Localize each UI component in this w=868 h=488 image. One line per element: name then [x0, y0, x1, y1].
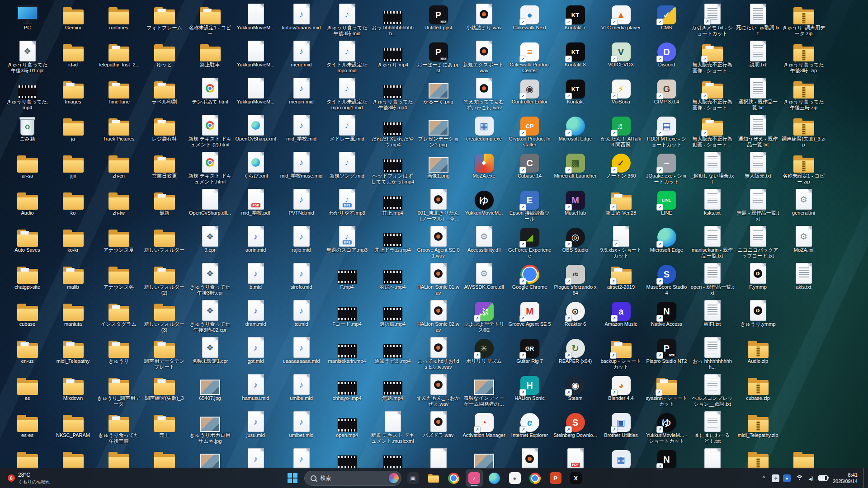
desktop-icon[interactable]: 新しいフォルダー (2) [142, 261, 187, 298]
desktop-icon[interactable]: ❖きゅうり食ってた午後3時.cpr [187, 261, 233, 298]
desktop-icon[interactable]: ●↗Cakewalk Next [507, 2, 552, 39]
desktop-icon[interactable]: GR↗Guitar Rig 7 [507, 335, 552, 372]
desktop-icon[interactable]: ⚙general.ini [781, 187, 826, 224]
desktop-icon[interactable]: くらび.xml [233, 150, 278, 187]
desktop-icon[interactable]: 001_東北きりたん（ノーマル）_今じゃ... [415, 187, 461, 224]
desktop-icon[interactable]: ♻ごみ箱 [5, 113, 50, 150]
desktop-icon[interactable]: ar-sa [5, 150, 50, 187]
desktop-icon[interactable]: ⊙↗Reaktor 6 [552, 298, 598, 335]
desktop-icon[interactable]: ▣↗Brother Utilities [598, 409, 644, 446]
desktop-icon[interactable]: 通知うぜえ - 親作品一覧.txt [735, 113, 781, 150]
desktop-icon[interactable]: ♪b.mid [233, 261, 278, 298]
desktop-icon[interactable]: 井上.mp4 [370, 187, 415, 224]
desktop-icon[interactable]: ゆF.ymmp [735, 261, 781, 298]
desktop-icon[interactable]: ♪hamusu.mid [233, 372, 278, 409]
desktop-icon[interactable]: HALion Sonic 02.wav [415, 298, 461, 335]
desktop-icon[interactable]: CP↗Crypton Product Installer [507, 113, 552, 150]
desktop-icon[interactable]: ko [50, 187, 96, 224]
taskbar-app-edge[interactable] [486, 469, 503, 487]
desktop-icon[interactable]: ◉↗Steam [552, 372, 598, 409]
desktop-icon[interactable]: きゅうり_調声用データ [96, 372, 142, 409]
desktop-icon[interactable]: フォトフレーム [142, 2, 187, 39]
desktop-icon[interactable]: 羽尻へ.mp4 [370, 261, 415, 298]
desktop-icon[interactable]: runtimes [96, 2, 142, 39]
desktop-icon[interactable]: ⚙MoZA.ini [781, 224, 826, 261]
desktop-icon[interactable]: 名称未設定1 - コピー.zip [781, 150, 826, 187]
desktop-icon[interactable]: ♪sirofo.mid [278, 261, 324, 298]
desktop-icon[interactable]: 名称未設定1 - コピー [187, 2, 233, 39]
desktop-icon[interactable]: ♪jusu.mid [233, 409, 278, 446]
desktop-icon[interactable]: ◎↗OBS Studio [552, 224, 598, 261]
desktop-icon[interactable]: きゅうり食ってた午後三時 [96, 409, 142, 446]
desktop-icon[interactable]: KT↗Kontakt 7 [552, 2, 598, 39]
desktop-icon[interactable]: ♪メドレー風.mid [324, 113, 370, 150]
desktop-icon[interactable]: ❖9.cpr [187, 224, 233, 261]
desktop-icon[interactable]: ▦createdump.exe [461, 113, 507, 150]
desktop-icon[interactable]: ✦MoZA.exe [461, 150, 507, 187]
desktop-icon[interactable]: ゆYukkuriMovieM... [461, 187, 507, 224]
desktop-icon[interactable]: ♪kotusytuaaus.mid [278, 2, 324, 39]
desktop-icon[interactable]: jijii [50, 150, 96, 187]
desktop-icon[interactable]: ゆうと [142, 39, 187, 76]
desktop-icon[interactable]: Audio [5, 187, 50, 224]
desktop-icon[interactable]: ▲↗VLC media player [598, 2, 644, 39]
search-highlight-icon[interactable] [389, 473, 399, 483]
desktop-icon[interactable]: ◢↗GeForce Experience [507, 224, 552, 261]
taskbar-app-powerpoint[interactable]: P [547, 469, 564, 487]
desktop-icon[interactable]: きゅうりボカロ用サムネ.jpg [187, 409, 233, 446]
desktop-icon[interactable]: 調声練習(失敗)_3.zip [781, 113, 826, 150]
hidden-icons-chevron-icon[interactable]: ^ [761, 473, 767, 483]
desktop-icon[interactable]: 無人販売.txt [735, 150, 781, 187]
desktop-icon[interactable]: YukkuriMovieM... [233, 76, 278, 113]
desktop-icon[interactable]: ♪umibe.mid [278, 372, 324, 409]
desktop-icon[interactable]: ♪mid_学校.mid [278, 113, 324, 150]
desktop-icon[interactable]: ◕↗Blender 4.4 [598, 372, 644, 409]
desktop-icon[interactable]: 無題 - 親作品一覧.txt [735, 187, 781, 224]
desktop-icon[interactable]: きゅうり食ってた.mp4 [5, 76, 50, 113]
desktop-icon[interactable]: ↗Microsoft Edge [644, 224, 689, 261]
desktop-icon[interactable]: ♪rajio.mid [278, 224, 324, 261]
desktop-icon[interactable]: 最新 [142, 187, 187, 224]
desktop-icon[interactable]: 新規 テキスト ドキュメント.html [187, 150, 233, 187]
desktop-icon[interactable]: 営業日変更 [142, 150, 187, 187]
desktop-icon[interactable]: 答え知っててもむずいわこれ.wav [461, 76, 507, 113]
desktop-icon[interactable]: _起動しない場合.txt [689, 150, 735, 187]
desktop-icon[interactable]: ゆ↗YukkuriMovieM... - ショートカット [644, 409, 689, 446]
desktop-icon[interactable]: midi_Telepathy [50, 335, 96, 372]
desktop-icon[interactable]: ~↗JQuake.exe - ショートカット [644, 150, 689, 187]
desktop-icon[interactable]: きゅうり食ってた午後3時 .zip [781, 39, 826, 76]
desktop-icon[interactable]: 井上ドラム.mp4 [370, 224, 415, 261]
desktop-icon[interactable]: プレゼンテーション1.png [415, 113, 461, 150]
desktop-icon[interactable]: 画像1.png [415, 150, 461, 187]
desktop-icon[interactable]: Images [50, 76, 96, 113]
desktop-icon[interactable]: 通知うぜえ.mp4 [370, 335, 415, 372]
desktop-icon[interactable]: レジ袋有料 [142, 113, 187, 150]
desktop-icon[interactable]: Gemini [50, 2, 96, 39]
desktop-icon[interactable]: 売上 [142, 409, 187, 446]
desktop-icon[interactable]: es-es [5, 409, 50, 446]
desktop-icon[interactable]: ♪mid_学校muse.mid [278, 150, 324, 187]
desktop-icon[interactable]: Track Pictures [96, 113, 142, 150]
desktop-icon[interactable]: きゅうり [96, 335, 142, 372]
search-box[interactable]: 検索 [304, 471, 401, 486]
desktop-icon[interactable]: PC [5, 2, 50, 39]
desktop-icon[interactable]: ニコニコバックアップコード.txt [735, 224, 781, 261]
desktop-icon[interactable]: ⚙Accessibility.dll [461, 224, 507, 261]
desktop-icon[interactable]: ⚙AWSSDK.Core.dll [461, 261, 507, 298]
desktop-icon[interactable]: 65407.jpg [187, 372, 233, 409]
desktop-icon[interactable]: zh-cn [96, 150, 142, 187]
desktop-icon[interactable]: テンポあて.html [187, 76, 233, 113]
desktop-icon[interactable]: HALion Sonic 01.wav [415, 261, 461, 298]
desktop-icon[interactable]: インスタグラム [96, 298, 142, 335]
desktop-icon[interactable]: ❖きゅうり食ってた午後3時-02.cpr [187, 298, 233, 335]
desktop-icon[interactable]: cubase.zip [735, 372, 781, 409]
desktop-icon[interactable]: N↗Native Access [644, 298, 689, 335]
desktop-icon[interactable]: ♪meroin.mid [278, 76, 324, 113]
desktop-icon[interactable]: ✓↗CMS [644, 2, 689, 39]
desktop-icon[interactable]: ❖きゅうり食ってた午後3時-01.cpr [5, 39, 50, 76]
desktop-icon[interactable]: Auto Saves [5, 224, 50, 261]
desktop-icon[interactable]: ヘルスコンプレッション__歌詞.txt [689, 372, 735, 409]
desktop-icon[interactable]: ↻↗REAPER (x64) [552, 335, 598, 372]
taskbar-app-x-app[interactable]: X [567, 469, 585, 487]
desktop-icon[interactable]: e↗Internet Explorer [507, 409, 552, 446]
